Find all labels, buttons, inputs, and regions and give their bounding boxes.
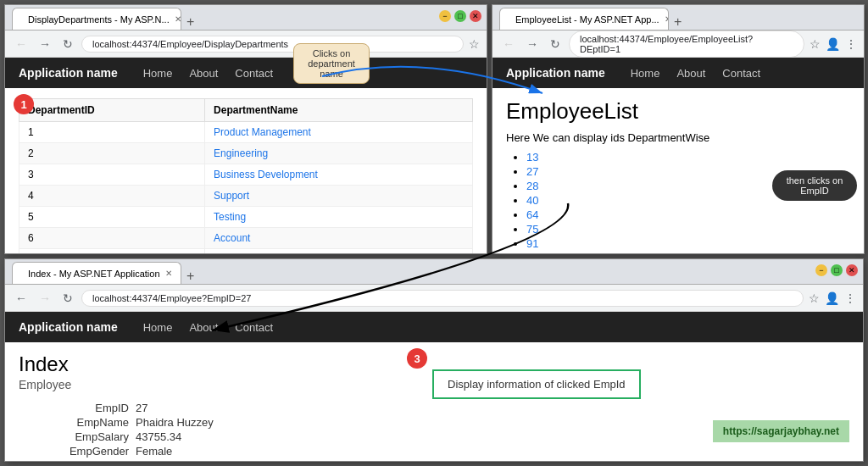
close-button-1[interactable]: ✕ [470, 10, 481, 22]
empsalary-label: EmpSalary [19, 430, 129, 443]
list-item: 64 [526, 208, 850, 221]
nav-contact-3[interactable]: Contact [235, 321, 273, 334]
table-row: 7Marketing [19, 249, 473, 254]
col-dept-name: DepartmentName [205, 99, 473, 122]
maximize-button-3[interactable]: □ [831, 264, 843, 276]
departments-table: DepartmentID DepartmentName 1Product Man… [19, 98, 473, 253]
dept-name-link[interactable]: Product Management [214, 126, 311, 138]
table-row: 4Support [19, 186, 473, 207]
dept-name-cell[interactable]: Product Management [205, 122, 473, 143]
back-button-2[interactable]: ← [499, 36, 518, 53]
emp-id-link[interactable]: 64 [526, 208, 538, 221]
dept-name-link[interactable]: Account [214, 232, 250, 244]
emp-id-link[interactable]: 91 [526, 237, 538, 250]
green-link-box[interactable]: https://sagarjaybhay.net [713, 420, 849, 442]
right-section: 3 Display information of clicked EmpId h… [339, 352, 849, 451]
dept-name-link[interactable]: Support [214, 190, 249, 202]
dept-name-link[interactable]: Testing [214, 211, 246, 223]
empgender-value: Female [136, 445, 305, 458]
emp-id-link[interactable]: 13 [526, 151, 538, 164]
emp-id-link[interactable]: 28 [526, 180, 538, 192]
new-tab-button-1[interactable]: + [181, 14, 199, 30]
bookmark-icon-2[interactable]: ☆ [810, 37, 821, 51]
nav-contact-2[interactable]: Contact [722, 67, 760, 80]
new-tab-button-3[interactable]: + [181, 269, 199, 284]
table-row: 3Business Development [19, 164, 473, 186]
dept-name-cell[interactable]: Marketing [205, 249, 473, 254]
tab-close-1[interactable]: ✕ [175, 14, 181, 24]
tab-title-3: Index - My ASP.NET Application [28, 269, 160, 279]
bookmark-icon-1[interactable]: ☆ [469, 37, 480, 51]
tab-close-3[interactable]: ✕ [165, 269, 172, 278]
maximize-button-1[interactable]: □ [454, 10, 466, 22]
forward-button-3[interactable]: → [36, 290, 54, 307]
reload-button-2[interactable]: ↻ [547, 36, 564, 53]
dept-id-cell: 4 [19, 186, 205, 207]
browser-window-1: DisplayDepartments - My ASP.N... ✕ + − □… [4, 4, 487, 254]
index-subtitle: Employee [19, 378, 305, 391]
active-tab-3[interactable]: Index - My ASP.NET Application ✕ [12, 262, 181, 284]
empsalary-value: 43755.34 [136, 430, 305, 443]
empid-value: 27 [136, 402, 305, 414]
emp-id-link[interactable]: 97 [526, 252, 538, 253]
nav-home-1[interactable]: Home [143, 67, 173, 80]
menu-icon-2[interactable]: ⋮ [845, 37, 857, 51]
minimize-button-1[interactable]: − [439, 10, 451, 22]
reload-button-1[interactable]: ↻ [59, 36, 76, 53]
forward-button-2[interactable]: → [523, 36, 542, 53]
address-bar-3: ← → ↻ localhost:44374/Employee?EmpID=27 … [5, 285, 863, 312]
url-bar-2[interactable]: localhost:44374/Employee/EmployeeList?DE… [569, 31, 804, 58]
click-dept-bubble: Clicks on department name [293, 43, 370, 84]
user-icon-3: 👤 [825, 291, 839, 305]
nav-about-2[interactable]: About [676, 67, 705, 80]
nav-about-3[interactable]: About [189, 321, 218, 334]
empname-label: EmpName [19, 416, 129, 429]
forward-button-1[interactable]: → [36, 36, 54, 53]
emp-id-link[interactable]: 75 [526, 223, 538, 236]
close-button-3[interactable]: ✕ [846, 264, 858, 276]
dept-name-cell[interactable]: Testing [205, 207, 473, 228]
reload-button-3[interactable]: ↻ [59, 290, 76, 307]
empcity-value: Koten [136, 459, 305, 461]
index-title: Index [19, 352, 305, 376]
emp-ids-list: 1327284064759197107115 [506, 151, 850, 253]
dept-id-cell: 6 [19, 228, 205, 249]
dept-name-link[interactable]: Business Development [214, 169, 318, 180]
table-row: 1Product Management [19, 122, 473, 143]
emp-id-link[interactable]: 27 [526, 165, 538, 178]
back-button-1[interactable]: ← [12, 36, 31, 53]
browser-window-2: EmployeeList - My ASP.NET App... ✕ + ← →… [492, 4, 865, 254]
employee-detail: EmpID 27 EmpName Phaidra Huzzey EmpSalar… [19, 402, 305, 461]
click-empid-bubble: then clicks on EmpID [772, 170, 857, 201]
step-1-circle: 1 [14, 94, 34, 114]
step-3-circle: 3 [407, 348, 427, 369]
empname-value: Phaidra Huzzey [136, 416, 305, 429]
nav-about-1[interactable]: About [189, 67, 218, 80]
back-button-3[interactable]: ← [12, 290, 31, 307]
new-tab-button-2[interactable]: + [669, 14, 687, 30]
list-item: 13 [526, 151, 850, 164]
menu-icon-3[interactable]: ⋮ [844, 291, 856, 305]
dept-id-cell: 2 [19, 143, 205, 164]
table-row: 2Engineering [19, 143, 473, 164]
active-tab-1[interactable]: DisplayDepartments - My ASP.N... ✕ [12, 8, 181, 30]
active-tab-2[interactable]: EmployeeList - My ASP.NET App... ✕ [499, 8, 669, 30]
url-bar-3[interactable]: localhost:44374/Employee?EmpID=27 [81, 290, 804, 307]
app-navbar-3: Application name Home About Contact [5, 312, 863, 342]
tab-bar-3: Index - My ASP.NET Application ✕ + − □ ✕ [5, 259, 863, 285]
nav-home-3[interactable]: Home [143, 321, 173, 334]
emp-id-link[interactable]: 40 [526, 194, 538, 207]
url-bar-1[interactable]: localhost:44374/Employee/DisplayDepartme… [81, 36, 464, 53]
dept-name-link[interactable]: Engineering [214, 147, 268, 159]
nav-contact-1[interactable]: Contact [235, 67, 273, 80]
bookmark-icon-3[interactable]: ☆ [809, 291, 820, 305]
nav-home-2[interactable]: Home [631, 67, 660, 80]
tab-bar-1: DisplayDepartments - My ASP.N... ✕ + − □… [5, 5, 487, 31]
tab-title-2: EmployeeList - My ASP.NET App... [515, 14, 659, 25]
tab-title-1: DisplayDepartments - My ASP.N... [28, 14, 170, 25]
dept-name-cell[interactable]: Business Development [205, 164, 473, 186]
dept-name-cell[interactable]: Engineering [205, 143, 473, 164]
minimize-button-3[interactable]: − [815, 264, 827, 276]
dept-name-cell[interactable]: Account [205, 228, 473, 249]
dept-name-cell[interactable]: Support [205, 186, 473, 207]
